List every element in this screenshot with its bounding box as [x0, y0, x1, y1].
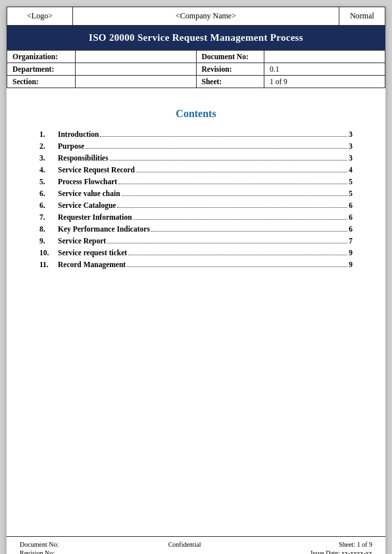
footer-center: Confidential	[168, 541, 201, 554]
section-value	[75, 76, 196, 88]
toc-number: 10.	[39, 249, 58, 257]
toc-item: 11.Record Management9	[39, 261, 353, 269]
toc-text: Purpose3	[58, 142, 353, 151]
toc-item: 3.Responsibilities3	[39, 154, 353, 163]
toc-item: 1.Introduction3	[39, 130, 353, 139]
document-page: <Logo> <Company Name> Normal ISO 20000 S…	[7, 7, 385, 554]
title-banner: ISO 20000 Service Request Management Pro…	[7, 26, 385, 50]
toc-text: Introduction3	[58, 130, 353, 139]
footer-revision: Revision No:	[20, 549, 59, 554]
contents-section: Contents 1.Introduction32.Purpose33.Resp…	[7, 88, 385, 286]
toc-page: 4	[349, 166, 353, 174]
toc-label: Service Request Record	[58, 166, 135, 174]
toc-dots	[122, 195, 348, 196]
toc-number: 6.	[39, 201, 58, 209]
docno-label: Document No:	[196, 51, 264, 63]
toc-item: 7.Requester Information6	[39, 213, 353, 222]
toc-dots	[100, 136, 347, 137]
normal-label: Normal	[350, 11, 374, 20]
toc-text: Requester Information6	[58, 213, 353, 222]
toc-dots	[118, 184, 347, 184]
toc-label: Service Report	[58, 237, 106, 245]
toc-item: 10.Service request ticket9	[39, 249, 353, 257]
toc-page: 6	[349, 225, 353, 233]
toc-text: Service value chain5	[58, 189, 353, 198]
toc-text: Key Performance Indicators6	[58, 225, 353, 234]
toc-label: Service value chain	[58, 189, 120, 197]
toc-page: 3	[349, 142, 353, 150]
toc-item: 9.Service Report7	[39, 237, 353, 245]
toc-number: 8.	[39, 225, 58, 233]
toc-list: 1.Introduction32.Purpose33.Responsibilit…	[39, 130, 353, 269]
toc-page: 5	[349, 189, 353, 197]
toc-item: 6.Service value chain5	[39, 189, 353, 198]
revision-label: Revision:	[196, 63, 264, 76]
toc-dots	[134, 219, 348, 220]
sheet-label: Sheet:	[196, 76, 264, 88]
toc-label: Service request ticket	[58, 249, 127, 257]
contents-title: Contents	[39, 108, 353, 120]
toc-item: 6.Service Catalogue6	[39, 201, 353, 210]
toc-number: 7.	[39, 213, 58, 221]
footer-doc-no: Document No:	[20, 541, 59, 548]
toc-dots	[127, 266, 347, 267]
company-cell: <Company Name>	[73, 7, 339, 26]
toc-number: 5.	[39, 178, 58, 186]
footer-left: Document No: Revision No:	[20, 541, 59, 554]
toc-label: Requester Information	[58, 213, 132, 221]
toc-label: Service Catalogue	[58, 201, 116, 209]
footer-right: Sheet: 1 of 9 Issue Date: xx-xxxx-xx	[310, 541, 372, 554]
toc-number: 3.	[39, 154, 58, 162]
toc-label: Key Performance Indicators	[58, 225, 150, 233]
toc-item: 8.Key Performance Indicators6	[39, 225, 353, 234]
org-value	[75, 51, 196, 63]
toc-number: 4.	[39, 166, 58, 174]
toc-label: Introduction	[58, 130, 99, 138]
toc-dots	[117, 207, 347, 208]
docno-value	[264, 51, 385, 63]
revision-value: 0.1	[264, 63, 385, 76]
toc-item: 4.Service Request Record4	[39, 166, 353, 174]
toc-text: Record Management9	[58, 261, 353, 269]
footer-issue-date: Issue Date: xx-xxxx-xx	[310, 549, 372, 554]
toc-label: Process Flowchart	[58, 178, 117, 186]
toc-item: 5.Process Flowchart5	[39, 178, 353, 186]
toc-dots	[136, 172, 347, 172]
toc-page: 3	[349, 130, 353, 138]
toc-dots	[107, 243, 347, 243]
toc-dots	[110, 160, 348, 161]
toc-dots	[128, 255, 347, 255]
header-table: <Logo> <Company Name> Normal	[7, 7, 385, 26]
toc-text: Service Catalogue6	[58, 201, 353, 210]
toc-page: 6	[349, 201, 353, 209]
footer-revision-label: Revision No:	[20, 549, 55, 554]
footer-confidential: Confidential	[168, 541, 201, 548]
toc-text: Process Flowchart5	[58, 178, 353, 186]
toc-label: Responsibilities	[58, 154, 109, 162]
toc-number: 11.	[39, 261, 58, 268]
dept-value	[75, 63, 196, 76]
company-name: <Company Name>	[176, 11, 236, 20]
sheet-value: 1 of 9	[264, 76, 385, 88]
normal-cell: Normal	[339, 7, 385, 26]
toc-number: 2.	[39, 142, 58, 150]
logo-cell: <Logo>	[7, 7, 73, 26]
toc-text: Service Request Record4	[58, 166, 353, 174]
footer-doc-no-label: Document No:	[20, 541, 59, 548]
toc-text: Responsibilities3	[58, 154, 353, 163]
toc-text: Service Report7	[58, 237, 353, 245]
logo-text: <Logo>	[27, 11, 53, 20]
dept-label: Department:	[7, 63, 76, 76]
footer-sheet: Sheet: 1 of 9	[310, 541, 372, 548]
section-label: Section:	[7, 76, 76, 88]
document-title: ISO 20000 Service Request Management Pro…	[89, 32, 303, 43]
info-table: Organization: Document No: Department: R…	[7, 50, 385, 88]
toc-text: Service request ticket9	[58, 249, 353, 257]
org-label: Organization:	[7, 51, 76, 63]
toc-item: 2.Purpose3	[39, 142, 353, 151]
toc-number: 6.	[39, 189, 58, 197]
toc-page: 9	[349, 249, 353, 257]
toc-page: 5	[349, 178, 353, 186]
footer: Document No: Revision No: Confidential S…	[7, 536, 385, 554]
toc-dots	[86, 148, 347, 149]
